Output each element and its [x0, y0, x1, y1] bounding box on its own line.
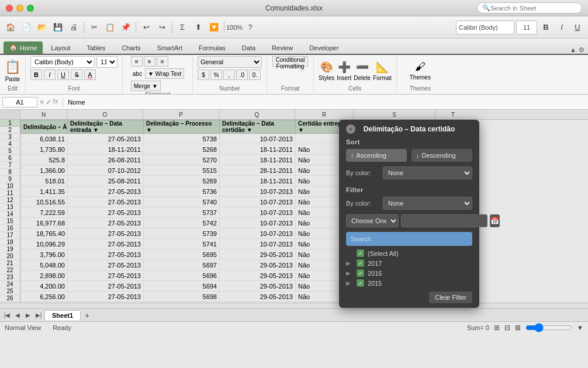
zoom-slider[interactable]: [525, 323, 572, 332]
tab-charts[interactable]: Charts: [113, 42, 148, 54]
minimize-button[interactable]: [16, 5, 23, 12]
header-cell[interactable]: Delimitação – Processo ▼: [144, 120, 220, 134]
copy-icon[interactable]: 📋: [103, 20, 117, 34]
ribbon-settings[interactable]: ▲ ⚙: [570, 46, 584, 54]
fontsize-select[interactable]: 11: [516, 20, 537, 34]
cell[interactable]: 27-05-2013: [68, 134, 144, 144]
expand-icon-2016[interactable]: ▶: [346, 270, 353, 276]
insert-icon[interactable]: ➕: [338, 61, 351, 74]
align-left-button[interactable]: ≡: [131, 56, 143, 67]
header-cell[interactable]: Delimitação – Data entrada ▼: [68, 120, 144, 134]
nav-prev-sheet[interactable]: ◀: [13, 311, 22, 320]
calendar-button[interactable]: 📅: [490, 214, 500, 227]
cell-reference[interactable]: [2, 97, 37, 107]
underline-button[interactable]: U: [570, 20, 584, 34]
cell[interactable]: 5268: [144, 144, 220, 155]
save-icon[interactable]: 💾: [51, 20, 65, 34]
cell[interactable]: 18-11-2011: [68, 144, 144, 155]
tab-review[interactable]: Review: [264, 42, 301, 54]
cut-icon[interactable]: ✂: [87, 20, 101, 34]
font-size-select[interactable]: 11: [96, 56, 117, 68]
search-box[interactable]: 🔍: [477, 2, 582, 13]
cell[interactable]: 5738: [144, 134, 220, 144]
cancel-formula-icon[interactable]: ×: [40, 98, 44, 106]
tab-developer[interactable]: Developer: [301, 42, 347, 54]
tab-home[interactable]: 🏠 Home: [4, 41, 43, 54]
cell[interactable]: 18-11-2011: [220, 144, 296, 155]
col-header-Q[interactable]: Q: [219, 110, 295, 119]
font-family-select[interactable]: Calibri (Body): [30, 56, 95, 68]
expand-icon-2015[interactable]: ▶: [346, 280, 353, 286]
filter-search-input[interactable]: [346, 232, 472, 246]
checkbox-2017[interactable]: [357, 259, 364, 267]
cell[interactable]: 1,735.80: [21, 144, 68, 155]
undo-icon[interactable]: ↩: [139, 20, 153, 34]
insert-function-icon[interactable]: fx: [53, 98, 58, 106]
filter-item-2016[interactable]: ▶ 2016: [346, 268, 472, 278]
filter-close-button[interactable]: ×: [346, 124, 355, 134]
paste-button[interactable]: 📋: [5, 60, 20, 75]
filter-icon[interactable]: 🔽: [207, 20, 221, 34]
comma-button[interactable]: ,: [223, 70, 235, 80]
bold-button2[interactable]: B: [30, 70, 42, 80]
maximize-button[interactable]: [27, 5, 34, 12]
cell[interactable]: 6,038.11: [21, 134, 68, 144]
filter-item-2017[interactable]: ▶ 2017: [346, 258, 472, 268]
currency-button[interactable]: $: [198, 70, 209, 80]
confirm-formula-icon[interactable]: ✓: [46, 98, 52, 106]
home-icon[interactable]: 🏠: [4, 20, 18, 34]
print-icon[interactable]: 🖨: [67, 20, 81, 34]
delete-icon[interactable]: ➖: [356, 61, 369, 74]
conditional-format-button[interactable]: ConditionalFormatting: [272, 56, 307, 67]
col-header-R[interactable]: R: [295, 110, 354, 119]
themes-icon[interactable]: 🖌: [415, 61, 426, 73]
view-page-icon[interactable]: ⊠: [515, 324, 521, 332]
dec-decrease-button[interactable]: 0.: [249, 70, 261, 80]
search-input[interactable]: [490, 5, 572, 12]
view-layout-icon[interactable]: ⊟: [504, 324, 510, 332]
new-icon[interactable]: 📄: [19, 20, 33, 34]
font-color-button[interactable]: A: [84, 70, 96, 80]
number-format-select[interactable]: General: [198, 56, 262, 68]
ribbon-options-icon[interactable]: ⚙: [579, 46, 584, 54]
col-header-N[interactable]: N: [20, 110, 67, 119]
col-header-T[interactable]: T: [435, 110, 471, 119]
underline-button2[interactable]: U: [57, 70, 69, 80]
col-header-O[interactable]: O: [67, 110, 143, 119]
filter-value-input[interactable]: [401, 214, 487, 227]
sort-color-select[interactable]: None: [383, 166, 472, 179]
filter-item-2015[interactable]: ▶ 2015: [346, 278, 472, 288]
horizontal-scrollbar[interactable]: [0, 303, 588, 308]
tab-tables[interactable]: Tables: [78, 42, 113, 54]
choose-one-select[interactable]: Choose One: [346, 214, 399, 227]
header-cell[interactable]: Delimitação – Área ▼: [21, 120, 68, 134]
clear-filter-button[interactable]: Clear Filter: [429, 291, 472, 303]
descending-button[interactable]: ↓ Descending: [411, 149, 472, 162]
sheet-tab-sheet1[interactable]: Sheet1: [44, 310, 81, 320]
align-center-button[interactable]: ≡: [144, 56, 155, 67]
wrap-text-button[interactable]: ▼ Wrap Text: [145, 68, 184, 79]
add-sheet-button[interactable]: +: [82, 310, 92, 321]
help-icon[interactable]: ?: [243, 20, 257, 34]
expand-icon-2017[interactable]: ▶: [346, 260, 353, 266]
align-right-button[interactable]: ≡: [157, 56, 168, 67]
tab-formulas[interactable]: Formulas: [191, 42, 234, 54]
fontname-select[interactable]: Calibri (Body): [456, 20, 514, 34]
formula-input[interactable]: [68, 99, 586, 106]
nav-next-sheet[interactable]: ▶: [23, 311, 33, 320]
strikethrough-button[interactable]: S̶: [71, 70, 82, 80]
dec-increase-button[interactable]: .0: [236, 70, 248, 80]
redo-icon[interactable]: ↪: [155, 20, 169, 34]
cell[interactable]: 10-07-2013: [220, 134, 296, 144]
nav-last-sheet[interactable]: ▶|: [34, 311, 43, 320]
col-header-P[interactable]: P: [143, 110, 219, 119]
format-icon[interactable]: 📐: [376, 61, 389, 74]
collapse-ribbon-icon[interactable]: ▲: [570, 46, 576, 54]
italic-button[interactable]: I: [555, 20, 569, 34]
zoom-icon[interactable]: 100%: [227, 20, 241, 34]
ascending-button[interactable]: ↑ Ascending: [346, 149, 407, 162]
header-cell[interactable]: Delimitação – Data certidão ▼: [220, 120, 296, 134]
nav-first-sheet[interactable]: |◀: [2, 311, 12, 320]
col-header-S[interactable]: S: [354, 110, 435, 119]
sort-icon[interactable]: ⬆: [191, 20, 205, 34]
